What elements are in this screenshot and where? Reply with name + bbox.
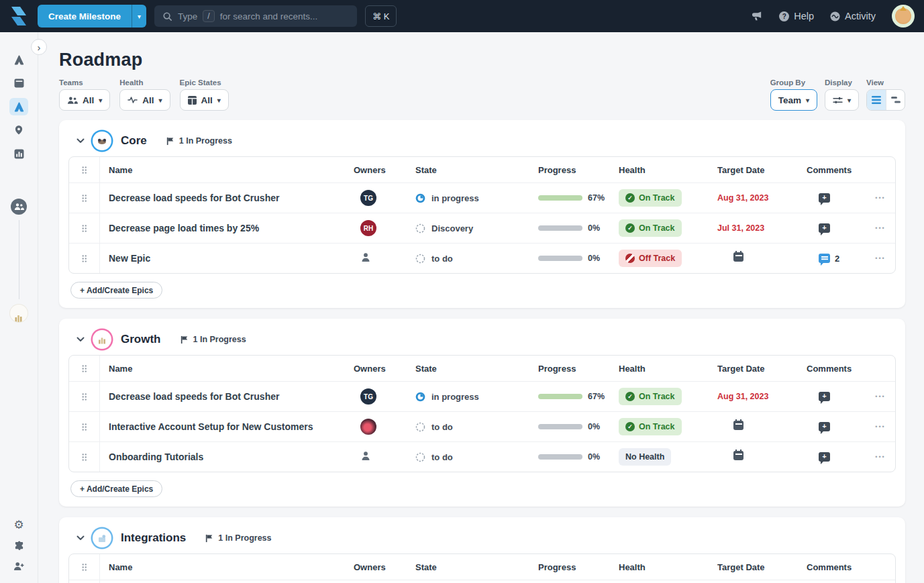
comments-cell[interactable]: + xyxy=(807,223,866,233)
collapse-team-button[interactable] xyxy=(75,137,86,145)
group-by-select[interactable]: Team ▾ xyxy=(770,89,817,111)
health-cell[interactable]: ✓On Track xyxy=(619,219,717,237)
owner-cell[interactable] xyxy=(354,419,415,435)
row-menu-button[interactable]: ••• xyxy=(866,423,895,430)
owner-cell[interactable] xyxy=(354,451,415,464)
drag-handle[interactable] xyxy=(69,183,100,213)
health-cell[interactable]: ✓On Track xyxy=(619,388,717,405)
target-date-cell[interactable] xyxy=(717,421,807,433)
sidebar-item-milestones[interactable] xyxy=(9,121,28,139)
teams-filter-button[interactable]: All ▾ xyxy=(59,89,110,111)
state-cell[interactable]: to do xyxy=(415,422,538,432)
list-view-toggle[interactable] xyxy=(867,90,886,110)
activity-menu[interactable]: Activity xyxy=(830,11,876,21)
epic-states-filter-button[interactable]: All ▾ xyxy=(180,89,229,111)
user-avatar[interactable] xyxy=(892,5,915,28)
health-filter-button[interactable]: All ▾ xyxy=(119,89,170,111)
create-milestone-button[interactable]: Create Milestone xyxy=(38,5,132,28)
drag-handle[interactable] xyxy=(69,244,100,273)
pulse-icon xyxy=(127,96,138,104)
owner-cell[interactable]: TG xyxy=(354,388,415,405)
workspace-avatar-secondary[interactable] xyxy=(10,305,28,322)
state-cell[interactable]: to do xyxy=(415,452,538,462)
target-date[interactable]: Jul 31, 2023 xyxy=(717,223,807,233)
table-row[interactable]: Decrease load speeds for Bot Crusher TG … xyxy=(69,182,895,213)
state-cell[interactable]: to do xyxy=(415,254,538,264)
row-menu-button[interactable]: ••• xyxy=(866,255,895,262)
target-date[interactable]: Aug 31, 2023 xyxy=(717,392,807,401)
sidebar-collapse-button[interactable]: › xyxy=(31,39,47,55)
row-menu-button[interactable]: ••• xyxy=(866,195,895,201)
health-cell[interactable]: ✓On Track xyxy=(619,418,717,435)
comments-cell[interactable]: + xyxy=(807,193,866,203)
comments-cell[interactable]: 2 xyxy=(807,254,866,264)
health-cell[interactable]: ✓On Track xyxy=(619,189,717,207)
target-date[interactable]: Aug 31, 2023 xyxy=(717,193,807,203)
target-date-cell[interactable] xyxy=(717,451,807,463)
sidebar-item-roadmap-active[interactable] xyxy=(9,98,28,115)
epic-name[interactable]: Decrease load speeds for Bot Crusher xyxy=(100,193,354,203)
announcements-button[interactable] xyxy=(752,11,763,21)
workspace-avatar-current[interactable] xyxy=(11,199,27,215)
epic-name[interactable]: New Epic xyxy=(100,253,354,264)
drag-handle[interactable] xyxy=(69,356,100,381)
epic-name[interactable]: Decrease page load times by 25% xyxy=(100,223,354,233)
owner-cell[interactable]: TG xyxy=(354,190,415,206)
zenhub-logo[interactable] xyxy=(0,0,38,32)
add-create-epics-button[interactable]: + Add/Create Epics xyxy=(70,282,162,299)
drag-handle[interactable] xyxy=(69,442,100,472)
create-milestone-caret[interactable]: ▾ xyxy=(132,5,146,28)
drag-handle[interactable] xyxy=(69,412,100,441)
row-menu-button[interactable]: ••• xyxy=(866,225,895,231)
sidebar-item-invite[interactable] xyxy=(9,558,28,575)
drag-handle[interactable] xyxy=(69,580,100,583)
comments-cell[interactable]: + xyxy=(807,392,866,401)
help-menu[interactable]: ? Help xyxy=(779,11,814,21)
calendar-icon xyxy=(733,252,743,262)
epic-name[interactable]: Onboarding Tutorials xyxy=(100,452,354,462)
search-placeholder-rest: for search and recents... xyxy=(220,11,318,21)
table-row[interactable]: Interactive Account Setup for New Custom… xyxy=(69,411,895,441)
sidebar-item-extensions[interactable] xyxy=(9,537,28,554)
sidebar-item-settings[interactable]: ⚙ xyxy=(9,516,28,533)
health-cell[interactable]: No Health xyxy=(619,448,717,466)
column-owners: Owners xyxy=(354,165,415,175)
view-toggle xyxy=(866,89,905,111)
drag-handle[interactable] xyxy=(69,382,100,411)
drag-handle[interactable] xyxy=(69,213,100,243)
search-input[interactable]: Type / for search and recents... xyxy=(154,5,357,27)
row-menu-button[interactable]: ••• xyxy=(866,454,895,460)
table-row[interactable]: Decrease load speeds for Bot Crusher TG … xyxy=(69,381,895,411)
collapse-team-button[interactable] xyxy=(75,335,86,343)
row-menu-button[interactable]: ••• xyxy=(866,393,895,400)
table-row[interactable]: Onboarding Tutorials to do 0% No Health … xyxy=(69,441,895,472)
epic-name[interactable]: Decrease load speeds for Bot Crusher xyxy=(100,391,354,402)
search-icon xyxy=(162,11,172,21)
owner-cell[interactable]: RH xyxy=(354,220,415,236)
team-avatar-integrations xyxy=(93,529,111,547)
state-cell[interactable]: Discovery xyxy=(415,223,538,233)
drag-handle[interactable] xyxy=(69,157,100,182)
drag-handle[interactable] xyxy=(69,554,100,580)
table-row[interactable]: New Epic to do 0% Off Track 2 ••• xyxy=(69,243,895,273)
add-create-epics-button[interactable]: + Add/Create Epics xyxy=(70,480,162,497)
comments-cell[interactable]: + xyxy=(807,452,866,462)
target-date-cell[interactable] xyxy=(717,252,807,264)
table-row[interactable]: Decrease page load times by 25% RH Disco… xyxy=(69,213,895,243)
comments-cell[interactable]: + xyxy=(807,422,866,431)
timeline-view-toggle[interactable] xyxy=(886,90,905,110)
team-header: Growth 1 In Progress xyxy=(68,328,896,351)
state-pending-icon xyxy=(415,422,425,432)
sidebar-item-reports[interactable] xyxy=(9,145,28,162)
sidebar-item-home[interactable] xyxy=(9,51,28,68)
collapse-team-button[interactable] xyxy=(75,534,86,542)
owner-cell[interactable] xyxy=(354,252,415,265)
display-options-button[interactable]: ▾ xyxy=(825,89,859,111)
state-cell[interactable]: in progress xyxy=(415,193,538,203)
epic-name[interactable]: Interactive Account Setup for New Custom… xyxy=(100,421,354,432)
command-k-shortcut-button[interactable]: ⌘ K xyxy=(365,5,397,27)
health-cell[interactable]: Off Track xyxy=(619,250,717,267)
table-row[interactable]: Quickstart FE/BE Integration Discovery 0… xyxy=(69,580,895,583)
sidebar-item-docs[interactable] xyxy=(9,74,28,92)
state-cell[interactable]: in progress xyxy=(415,392,538,402)
